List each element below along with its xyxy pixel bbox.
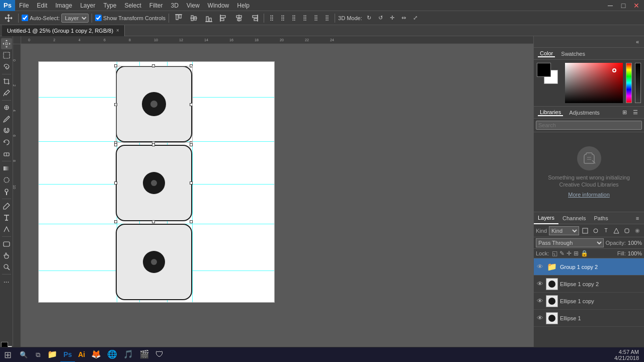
pixel-filter-btn[interactable] <box>581 226 590 235</box>
more-information-link[interactable]: More information <box>568 192 610 198</box>
canvas-area[interactable]: 0 2 4 6 8 10 12 14 16 18 20 22 24 0 2 4 <box>13 36 533 362</box>
lock-artboard-btn[interactable]: ⊞ <box>574 250 579 257</box>
filter-toggle-btn[interactable]: ◉ <box>633 226 642 235</box>
kind-filter-select[interactable]: Kind <box>549 226 579 235</box>
layer-vis-ellipse-2[interactable]: 👁 <box>536 280 544 288</box>
3d-mode-slide[interactable]: ⇔ <box>399 13 409 24</box>
document-tab[interactable]: Untitled-1 @ 25% (Group 1 copy 2, RGB/8)… <box>2 25 125 36</box>
menu-window[interactable]: Window <box>204 0 233 11</box>
brush-tool[interactable] <box>1 114 12 125</box>
taskbar-app6[interactable]: 🎬 <box>136 347 152 363</box>
history-brush-tool[interactable] <box>1 137 12 148</box>
card-2[interactable] <box>116 145 192 221</box>
type-filter-btn[interactable]: T <box>602 226 610 235</box>
auto-select-check[interactable]: Auto-Select: Layer <box>22 14 89 23</box>
menu-layer[interactable]: Layer <box>76 0 99 11</box>
shape-filter-btn[interactable] <box>612 226 621 235</box>
alpha-slider[interactable] <box>635 63 641 103</box>
panel-collapse-btn[interactable]: « <box>633 37 642 46</box>
menu-type[interactable]: Type <box>99 0 120 11</box>
clone-tool[interactable] <box>1 125 12 136</box>
more-tools[interactable]: ··· <box>1 276 12 287</box>
layer-vis-ellipse-1[interactable]: 👁 <box>536 314 544 322</box>
layer-ellipse-1-copy-2[interactable]: 👁 Ellipse 1 copy 2 <box>534 276 644 293</box>
start-btn[interactable]: ⊞ <box>0 347 16 363</box>
task-view-btn[interactable]: ⧉ <box>32 347 44 363</box>
taskbar-firefox[interactable]: 🦊 <box>88 347 104 363</box>
maximize-btn[interactable]: □ <box>618 0 629 11</box>
adjustments-tab[interactable]: Adjustments <box>567 110 602 116</box>
lock-pixels-btn[interactable]: ✎ <box>559 250 565 257</box>
menu-3d[interactable]: 3D <box>167 0 182 11</box>
library-grid-btn[interactable]: ⊞ <box>620 108 629 117</box>
taskbar-explorer[interactable]: 📁 <box>44 347 60 363</box>
blur-tool[interactable] <box>1 174 12 186</box>
library-list-btn[interactable]: ☰ <box>631 108 640 117</box>
adjustment-filter-btn[interactable] <box>592 226 600 235</box>
distribute-vcenter-btn[interactable]: ⣿ <box>278 13 287 24</box>
menu-edit[interactable]: Edit <box>33 0 51 11</box>
auto-select-dropdown[interactable]: Layer <box>61 14 89 23</box>
pen-tool[interactable] <box>1 201 12 212</box>
menu-select[interactable]: Select <box>120 0 145 11</box>
lock-transparent-btn[interactable]: ◱ <box>552 250 557 257</box>
align-bottom-btn[interactable] <box>202 13 215 24</box>
taskbar-app7[interactable]: 🛡 <box>152 347 167 363</box>
selection-tool[interactable] <box>1 50 12 61</box>
crop-tool[interactable] <box>1 76 12 87</box>
show-transform-checkbox[interactable] <box>95 15 102 21</box>
align-hcenter-btn[interactable] <box>232 13 246 24</box>
menu-image[interactable]: Image <box>51 0 76 11</box>
auto-select-checkbox[interactable] <box>22 15 28 21</box>
3d-mode-rotate[interactable]: ↻ <box>364 13 374 24</box>
layers-tab[interactable]: Layers <box>534 212 558 224</box>
3d-mode-scale[interactable]: ⤢ <box>411 13 420 24</box>
menu-help[interactable]: Help <box>233 0 254 11</box>
menu-file[interactable]: File <box>15 0 33 11</box>
distribute-bottom-btn[interactable]: ⣿ <box>289 13 298 24</box>
align-top-btn[interactable] <box>172 13 185 24</box>
path-selection-tool[interactable] <box>1 224 12 235</box>
align-right-btn[interactable] <box>248 13 261 24</box>
dodge-tool[interactable] <box>1 186 12 197</box>
rectangle-tool[interactable] <box>1 238 12 249</box>
hue-slider[interactable] <box>626 63 632 103</box>
align-left-btn[interactable] <box>217 13 230 24</box>
layer-vis-ellipse-1-copy[interactable]: 👁 <box>536 297 544 305</box>
layer-vis-group[interactable]: 👁 <box>536 263 544 271</box>
paths-tab[interactable]: Paths <box>590 212 612 224</box>
color-tab[interactable]: Color <box>538 50 555 57</box>
3d-mode-roll[interactable]: ↺ <box>376 13 385 24</box>
card-1[interactable] <box>116 66 192 142</box>
menu-filter[interactable]: Filter <box>145 0 167 11</box>
foreground-swatch[interactable] <box>537 63 551 77</box>
search-btn[interactable]: 🔍 <box>16 347 32 363</box>
taskbar-ps[interactable]: Ps <box>60 347 75 363</box>
channels-tab[interactable]: Channels <box>558 212 590 224</box>
tab-close-btn[interactable]: × <box>116 28 119 33</box>
swatches-tab[interactable]: Swatches <box>559 51 587 57</box>
eyedropper-tool[interactable] <box>1 87 12 99</box>
healing-tool[interactable] <box>1 102 12 113</box>
taskbar-app5[interactable]: 🎵 <box>120 347 136 363</box>
hand-tool[interactable] <box>1 250 12 261</box>
layer-group-1-copy-2[interactable]: 👁 📁 Group 1 copy 2 <box>534 258 644 276</box>
document-canvas[interactable] <box>38 61 275 303</box>
layers-panel-menu[interactable]: ≡ <box>633 214 642 223</box>
3d-mode-pan[interactable]: ✛ <box>387 13 397 24</box>
color-gradient-picker[interactable] <box>565 63 623 103</box>
card-3[interactable] <box>116 224 192 300</box>
lock-all-btn[interactable]: 🔒 <box>581 250 588 257</box>
eraser-tool[interactable] <box>1 148 12 159</box>
zoom-tool[interactable] <box>1 261 12 273</box>
smart-filter-btn[interactable] <box>622 226 631 235</box>
distribute-right-btn[interactable]: ⣿ <box>323 13 332 24</box>
taskbar-ie[interactable]: 🌐 <box>104 347 120 363</box>
blend-mode-select[interactable]: Pass Through <box>536 238 604 247</box>
distribute-hspace-btn[interactable]: ⣿ <box>300 13 309 24</box>
layer-ellipse-1-copy[interactable]: 👁 Ellipse 1 copy <box>534 293 644 310</box>
taskbar-illustrator[interactable]: Ai <box>75 347 88 363</box>
layer-ellipse-1[interactable]: 👁 Ellipse 1 <box>534 310 644 327</box>
align-vcenter-btn[interactable] <box>187 13 200 24</box>
close-btn[interactable]: ✕ <box>631 0 642 11</box>
